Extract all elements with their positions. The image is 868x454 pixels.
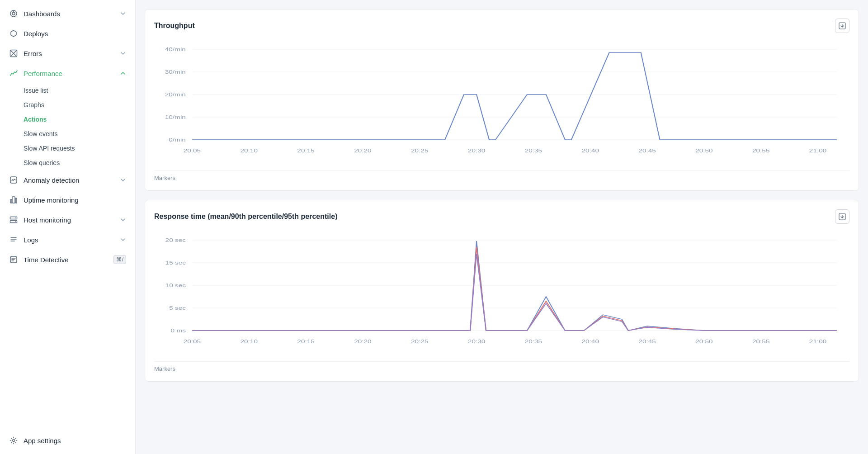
svg-text:20:05: 20:05 xyxy=(184,339,201,344)
sidebar-item-performance[interactable]: Performance xyxy=(0,63,135,83)
svg-text:20:25: 20:25 xyxy=(411,148,428,153)
svg-text:20:55: 20:55 xyxy=(752,148,769,153)
svg-text:20:25: 20:25 xyxy=(411,339,428,344)
sidebar-item-host-monitoring[interactable]: Host monitoring xyxy=(0,210,135,230)
sidebar-item-actions[interactable]: Actions xyxy=(24,112,135,127)
sidebar-item-slow-api-requests[interactable]: Slow API requests xyxy=(24,141,135,156)
throughput-export-button[interactable] xyxy=(835,19,849,33)
throughput-chart-header: Throughput xyxy=(154,19,849,33)
svg-text:20:05: 20:05 xyxy=(184,148,201,153)
throughput-chart-card: Throughput 40/min 30/min 20/min 1 xyxy=(145,9,859,191)
uptime-icon xyxy=(9,195,18,204)
svg-text:20:20: 20:20 xyxy=(354,148,371,153)
svg-text:20:10: 20:10 xyxy=(240,339,257,344)
svg-text:20:40: 20:40 xyxy=(582,339,599,344)
deploys-icon xyxy=(9,29,18,38)
sidebar-item-app-settings[interactable]: App settings xyxy=(0,430,135,450)
svg-text:20:50: 20:50 xyxy=(695,148,712,153)
svg-rect-5 xyxy=(12,197,15,203)
logs-label: Logs xyxy=(24,236,114,244)
sidebar-item-graphs[interactable]: Graphs xyxy=(24,98,135,112)
response-time-chart-card: Response time (mean/90th percentile/95th… xyxy=(145,200,859,382)
response-time-export-button[interactable] xyxy=(835,209,849,224)
svg-text:20/min: 20/min xyxy=(165,92,186,97)
svg-rect-7 xyxy=(15,198,17,203)
svg-text:30/min: 30/min xyxy=(165,69,186,75)
sidebar-spacer xyxy=(0,270,135,430)
svg-text:10 sec: 10 sec xyxy=(165,283,186,288)
errors-label: Errors xyxy=(24,50,114,57)
main-content: Throughput 40/min 30/min 20/min 1 xyxy=(136,0,868,454)
svg-text:0 ms: 0 ms xyxy=(171,328,186,333)
svg-text:20:50: 20:50 xyxy=(695,339,712,344)
svg-text:20:15: 20:15 xyxy=(297,148,314,153)
errors-chevron-icon xyxy=(120,50,126,57)
sidebar-item-dashboards[interactable]: Dashboards xyxy=(0,4,135,24)
host-icon xyxy=(9,215,18,224)
svg-text:5 sec: 5 sec xyxy=(169,305,186,311)
response-time-chart-header: Response time (mean/90th percentile/95th… xyxy=(154,209,849,224)
svg-text:21:00: 21:00 xyxy=(809,148,826,153)
host-chevron-icon xyxy=(120,217,126,223)
performance-subnav: Issue list Graphs Actions Slow events Sl… xyxy=(0,83,135,170)
performance-label: Performance xyxy=(24,70,114,77)
throughput-svg: 40/min 30/min 20/min 10/min 0/min 20:05 … xyxy=(154,40,849,167)
performance-chevron-icon xyxy=(120,70,126,76)
svg-text:20:35: 20:35 xyxy=(525,339,542,344)
logs-chevron-icon xyxy=(120,236,126,243)
sidebar-item-slow-queries[interactable]: Slow queries xyxy=(24,156,135,170)
sidebar-item-anomaly-detection[interactable]: Anomaly detection xyxy=(0,170,135,190)
sidebar: Dashboards Deploys Errors xyxy=(0,0,136,454)
svg-text:0/min: 0/min xyxy=(169,137,186,142)
anomaly-icon xyxy=(9,175,18,184)
svg-text:20:30: 20:30 xyxy=(468,339,485,344)
svg-text:20:35: 20:35 xyxy=(525,148,542,153)
svg-text:20:10: 20:10 xyxy=(240,148,257,153)
anomaly-chevron-icon xyxy=(120,177,126,183)
svg-text:40/min: 40/min xyxy=(165,47,186,52)
time-detective-kbd: ⌘/ xyxy=(113,255,126,264)
throughput-chart-title: Throughput xyxy=(154,22,195,30)
uptime-monitoring-label: Uptime monitoring xyxy=(24,196,126,204)
errors-icon xyxy=(9,49,18,58)
svg-point-16 xyxy=(13,440,15,442)
response-time-svg: 20 sec 15 sec 10 sec 5 sec 0 ms 20:05 20… xyxy=(154,231,849,358)
svg-text:20:40: 20:40 xyxy=(582,148,599,153)
svg-point-11 xyxy=(15,221,16,222)
time-detective-icon xyxy=(9,255,18,264)
svg-text:10/min: 10/min xyxy=(165,114,186,120)
anomaly-detection-label: Anomaly detection xyxy=(24,176,114,184)
throughput-chart-area: 40/min 30/min 20/min 10/min 0/min 20:05 … xyxy=(154,40,849,167)
dashboards-chevron-icon xyxy=(120,10,126,17)
sidebar-item-slow-events[interactable]: Slow events xyxy=(24,127,135,141)
host-monitoring-label: Host monitoring xyxy=(24,216,114,224)
sidebar-item-uptime-monitoring[interactable]: Uptime monitoring xyxy=(0,190,135,210)
svg-text:20:45: 20:45 xyxy=(638,339,656,344)
svg-point-10 xyxy=(15,218,16,218)
performance-icon xyxy=(9,69,18,78)
svg-rect-6 xyxy=(10,199,12,203)
throughput-markers: Markers xyxy=(154,170,849,181)
sidebar-item-deploys[interactable]: Deploys xyxy=(0,24,135,43)
svg-text:20 sec: 20 sec xyxy=(165,237,186,243)
svg-text:20:45: 20:45 xyxy=(638,148,656,153)
dashboards-label: Dashboards xyxy=(24,10,114,18)
sidebar-item-time-detective[interactable]: Time Detective ⌘/ xyxy=(0,250,135,270)
logs-icon xyxy=(9,235,18,244)
sidebar-item-logs[interactable]: Logs xyxy=(0,230,135,250)
svg-text:20:55: 20:55 xyxy=(752,339,769,344)
svg-text:20:20: 20:20 xyxy=(354,339,371,344)
time-detective-label: Time Detective xyxy=(24,256,108,264)
svg-text:15 sec: 15 sec xyxy=(165,260,186,265)
deploys-label: Deploys xyxy=(24,30,126,38)
response-time-chart-area: 20 sec 15 sec 10 sec 5 sec 0 ms 20:05 20… xyxy=(154,231,849,358)
settings-icon xyxy=(9,436,18,445)
sidebar-item-errors[interactable]: Errors xyxy=(0,43,135,63)
app-settings-label: App settings xyxy=(24,437,126,445)
svg-text:21:00: 21:00 xyxy=(809,339,826,344)
sidebar-item-issue-list[interactable]: Issue list xyxy=(24,83,135,98)
dashboard-icon xyxy=(9,9,18,18)
response-time-chart-title: Response time (mean/90th percentile/95th… xyxy=(154,213,337,221)
svg-text:20:15: 20:15 xyxy=(297,339,314,344)
svg-point-1 xyxy=(12,12,15,15)
